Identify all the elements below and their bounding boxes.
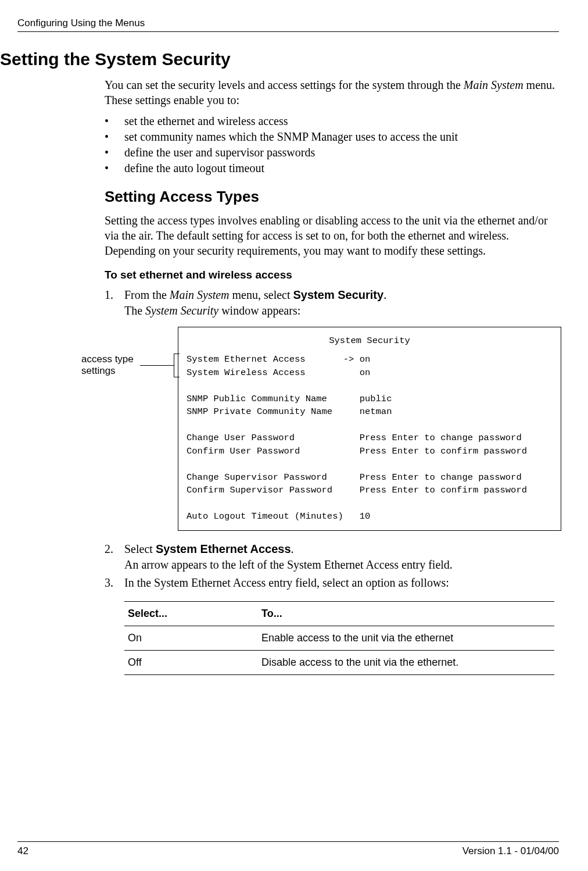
bullet-text: define the user and supervisor passwords — [124, 145, 315, 160]
table-header-to: To... — [258, 602, 554, 626]
intro-text-b: Main System — [464, 78, 524, 91]
running-header: Configuring Using the Menus — [17, 17, 559, 29]
intro-text-a: You can set the security levels and acce… — [105, 78, 464, 91]
step-number: 1. — [105, 287, 124, 319]
step2-text-c: . — [291, 542, 294, 555]
list-item: •set community names which the SNMP Mana… — [105, 129, 559, 145]
bullet-list: •set the ethernet and wireless access •s… — [105, 113, 559, 176]
step1-sub-a: The — [124, 304, 145, 317]
options-table: Select... To... On Enable access to the … — [124, 601, 554, 675]
callout-label: access type settings — [81, 354, 134, 376]
terminal-figure: access type settings System SecuritySyst… — [17, 327, 559, 531]
step1-text-e: . — [383, 288, 386, 301]
ordered-list: 1. From the Main System menu, select Sys… — [105, 287, 559, 319]
step-number: 2. — [105, 541, 124, 573]
terminal-body: System Ethernet Access -> on System Wire… — [187, 354, 527, 522]
step1-text-d: System Security — [293, 288, 384, 301]
step1-text-a: From the — [124, 288, 170, 301]
footer-rule — [17, 841, 559, 842]
option-name: Off — [124, 651, 258, 674]
page-number: 42 — [17, 845, 28, 857]
step1-sub-b: System Security — [145, 304, 218, 317]
terminal-title: System Security — [187, 334, 553, 347]
section-paragraph: Setting the access types involves enabli… — [105, 213, 559, 258]
step-2: 2. Select System Ethernet Access. An arr… — [105, 541, 559, 573]
option-desc: Disable access to the unit via the ether… — [258, 651, 554, 674]
table-row: On Enable access to the unit via the eth… — [124, 626, 554, 651]
step1-text-c: menu, select — [230, 288, 293, 301]
table-header-select: Select... — [124, 602, 258, 626]
callout-line1: access type — [81, 354, 134, 365]
list-item: •set the ethernet and wireless access — [105, 113, 559, 129]
terminal-window: System SecuritySystem Ethernet Access ->… — [178, 327, 561, 531]
ordered-list-cont: 2. Select System Ethernet Access. An arr… — [105, 541, 559, 591]
table-row: Off Disable access to the unit via the e… — [124, 651, 554, 675]
bullet-text: set the ethernet and wireless access — [124, 113, 288, 129]
step2-text-b: System Ethernet Access — [156, 542, 291, 555]
step1-text-b: Main System — [170, 288, 230, 301]
page-footer: 42 Version 1.1 - 01/04/00 — [17, 841, 559, 857]
option-desc: Enable access to the unit via the ethern… — [258, 626, 554, 650]
bullet-text: set community names which the SNMP Manag… — [124, 129, 458, 145]
step-1: 1. From the Main System menu, select Sys… — [105, 287, 559, 319]
callout-line2: settings — [81, 365, 116, 376]
step2-sub: An arrow appears to the left of the Syst… — [124, 558, 453, 571]
bullet-icon: • — [105, 160, 124, 176]
bullet-icon: • — [105, 145, 124, 160]
step1-sub-c: window appears: — [218, 304, 300, 317]
step2-text-a: Select — [124, 542, 156, 555]
bullet-icon: • — [105, 129, 124, 145]
page-title: Setting the System Security — [0, 49, 559, 69]
step-3: 3. In the System Ethernet Access entry f… — [105, 575, 559, 591]
version-string: Version 1.1 - 01/04/00 — [462, 845, 559, 857]
list-item: •define the auto logout timeout — [105, 160, 559, 176]
list-item: •define the user and supervisor password… — [105, 145, 559, 160]
bullet-icon: • — [105, 113, 124, 129]
step-number: 3. — [105, 575, 124, 591]
table-header-row: Select... To... — [124, 601, 554, 626]
step3-text: In the System Ethernet Access entry fiel… — [124, 575, 559, 591]
bullet-text: define the auto logout timeout — [124, 160, 264, 176]
procedure-heading: To set ethernet and wireless access — [105, 269, 559, 281]
option-name: On — [124, 626, 258, 650]
intro-paragraph: You can set the security levels and acce… — [105, 77, 559, 108]
header-rule — [17, 31, 559, 32]
section-heading: Setting Access Types — [105, 188, 559, 206]
callout-bracket-icon — [140, 354, 178, 379]
